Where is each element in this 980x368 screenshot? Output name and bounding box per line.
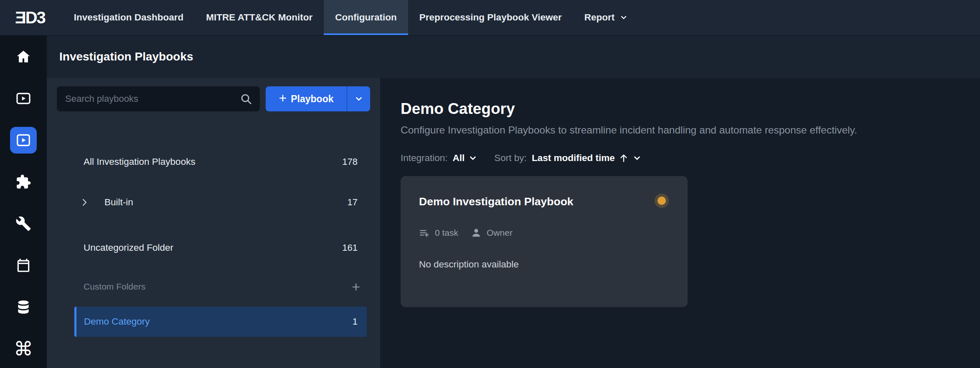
filter-bar: Integration: All Sort by: Last modified … xyxy=(401,153,955,164)
chevron-right-icon[interactable] xyxy=(79,197,89,207)
folder-label: All Investigation Playbooks xyxy=(84,156,342,167)
nav-tab-label: Report xyxy=(584,12,615,23)
folder-count: 1 xyxy=(353,316,358,327)
video-player-icon[interactable] xyxy=(10,85,37,112)
nav-tab-investigation-dashboard[interactable]: Investigation Dashboard xyxy=(63,0,195,35)
owner-label: Owner xyxy=(487,228,513,238)
nav-tab-mitre-attck-monitor[interactable]: MITRE ATT&CK Monitor xyxy=(195,0,324,35)
search-input[interactable] xyxy=(57,86,260,111)
category-content: Demo Category Configure Investigation Pl… xyxy=(380,78,980,368)
new-playbook-split-button: + Playbook xyxy=(266,86,370,111)
nav-tab-configuration[interactable]: Configuration xyxy=(324,0,408,35)
playbook-card-description: No description available xyxy=(419,259,669,270)
command-icon[interactable]: ⌘ xyxy=(10,335,37,362)
page-title: Investigation Playbooks xyxy=(59,50,193,63)
folder-count: 17 xyxy=(348,197,358,208)
category-subtitle: Configure Investigation Playbooks to str… xyxy=(401,124,955,136)
puzzle-icon[interactable] xyxy=(10,169,37,195)
chevron-down-icon xyxy=(354,94,363,103)
task-list-icon xyxy=(419,227,430,238)
folder-item-demo-category[interactable]: Demo Category 1 xyxy=(74,307,367,337)
panel-toolbar: + Playbook xyxy=(47,78,380,111)
folder-label: Demo Category xyxy=(84,316,353,327)
integration-filter-label: Integration: xyxy=(401,153,448,164)
sort-by-dropdown[interactable]: Last modified time xyxy=(532,153,642,164)
new-playbook-dropdown-button[interactable] xyxy=(347,86,370,111)
search-icon[interactable] xyxy=(240,93,252,105)
playbook-card-title: Demo Investigation Playbook xyxy=(419,195,574,208)
category-title: Demo Category xyxy=(401,100,955,118)
playbook-folder-panel: + Playbook All Investigation Playbooks 1… xyxy=(47,78,380,368)
playbook-icon[interactable] xyxy=(10,127,37,154)
folder-item-uncategorized[interactable]: Uncategorized Folder 161 xyxy=(47,233,380,263)
folder-label: Uncategorized Folder xyxy=(84,242,342,253)
custom-folders-label: Custom Folders xyxy=(84,282,145,292)
plus-icon: + xyxy=(279,91,287,105)
top-nav: ƎD3 Investigation Dashboard MITRE ATT&CK… xyxy=(0,0,980,35)
sort-by-value: Last modified time xyxy=(532,153,615,164)
status-dot-icon xyxy=(658,197,666,205)
app: ƎD3 Investigation Dashboard MITRE ATT&CK… xyxy=(0,0,980,368)
calendar-icon[interactable] xyxy=(10,252,37,279)
integration-filter-value: All xyxy=(453,153,465,164)
sort-ascending-icon xyxy=(619,153,629,163)
new-playbook-button[interactable]: + Playbook xyxy=(266,86,347,111)
chevron-down-icon xyxy=(632,154,642,163)
chevron-down-icon xyxy=(468,154,477,163)
integration-filter-dropdown[interactable]: All xyxy=(453,153,478,164)
database-icon[interactable] xyxy=(10,294,37,320)
home-icon[interactable] xyxy=(10,43,37,70)
page-header: Investigation Playbooks xyxy=(47,35,980,78)
playbook-card[interactable]: Demo Investigation Playbook 0 task Owner… xyxy=(401,176,688,307)
add-folder-button[interactable]: + xyxy=(352,280,360,294)
custom-folders-section: Custom Folders + xyxy=(47,274,380,299)
nav-tab-label: Configuration xyxy=(335,12,396,23)
nav-tab-report[interactable]: Report xyxy=(573,0,640,35)
nav-tab-label: Preprocessing Playbook Viewer xyxy=(419,12,562,23)
new-playbook-label: Playbook xyxy=(291,93,333,105)
nav-tab-label: Investigation Dashboard xyxy=(74,12,184,23)
tools-icon[interactable] xyxy=(10,210,37,237)
d3-logo: ƎD3 xyxy=(0,0,63,35)
playbook-card-header: Demo Investigation Playbook xyxy=(419,195,669,208)
nav-tab-label: MITRE ATT&CK Monitor xyxy=(206,12,312,23)
folder-item-all-investigation-playbooks[interactable]: All Investigation Playbooks 178 xyxy=(47,147,380,177)
folder-count: 178 xyxy=(342,156,358,167)
task-count: 0 task xyxy=(435,228,458,238)
playbook-card-meta: 0 task Owner xyxy=(419,227,669,238)
folder-list: All Investigation Playbooks 178 Built-in… xyxy=(47,147,380,337)
folder-label: Built-in xyxy=(104,197,348,208)
chevron-down-icon xyxy=(619,13,628,22)
person-icon xyxy=(471,227,482,238)
search-box xyxy=(57,86,260,111)
nav-tab-preprocessing-playbook-viewer[interactable]: Preprocessing Playbook Viewer xyxy=(408,0,573,35)
sort-by-label: Sort by: xyxy=(494,153,527,164)
icon-rail: ⌘ xyxy=(0,35,47,368)
folder-count: 161 xyxy=(342,242,358,253)
folder-item-built-in[interactable]: Built-in 17 xyxy=(47,187,380,217)
